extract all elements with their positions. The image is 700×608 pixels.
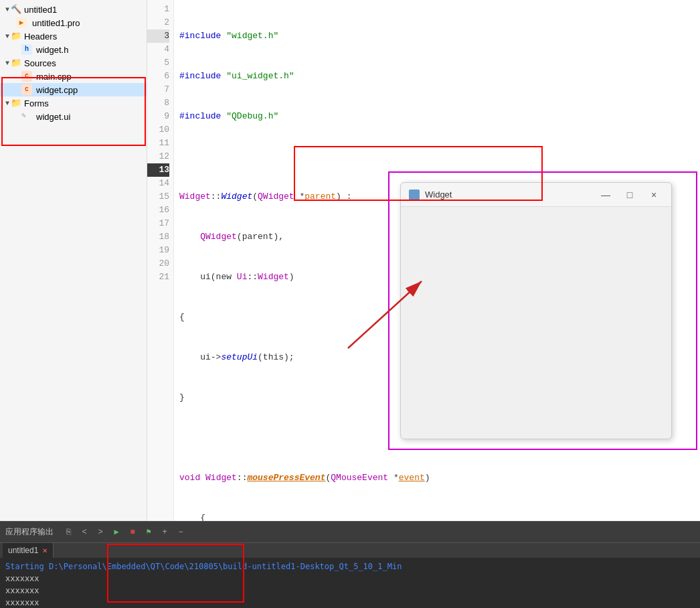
tree-label-pro: untitled1.pro xyxy=(32,18,80,28)
tree-label-widgetui: widget.ui xyxy=(36,112,70,122)
ui-icon: ✎ xyxy=(21,111,32,122)
ln-9: 9 xyxy=(147,110,169,123)
output-line-1: xxxxxxx xyxy=(5,573,695,585)
ln-1: 1 xyxy=(147,3,169,16)
tree-label-sources: Sources xyxy=(24,58,56,68)
cpp-icon-main: C xyxy=(21,71,32,82)
ln-12: 12▼ xyxy=(147,150,169,163)
tree-label-widgeth: widget.h xyxy=(36,45,68,55)
tb-icon-plus[interactable]: + xyxy=(158,526,171,539)
sidebar: ▼ 🔨 untitled1 ▶ untitled1.pro ▼ 📁 Header… xyxy=(0,0,147,521)
ln-10: 10 xyxy=(147,123,169,137)
widget-app-icon xyxy=(409,189,420,200)
ln-17: 17▼ xyxy=(147,217,169,230)
tb-icon-run[interactable]: ▶ xyxy=(110,526,123,539)
tree-item-widgetcpp[interactable]: C widget.cpp xyxy=(0,83,147,96)
ln-7: 7▼ xyxy=(147,83,169,96)
h-icon: h xyxy=(21,44,32,55)
output-start-line: Starting D:\Personal\Embedded\QT\Code\21… xyxy=(5,560,695,573)
ln-11: 11 xyxy=(147,137,169,150)
tree-label-widgetcpp: widget.cpp xyxy=(36,85,78,95)
main-container: ▼ 🔨 untitled1 ▶ untitled1.pro ▼ 📁 Header… xyxy=(0,0,700,608)
widget-title-text: Widget xyxy=(425,189,596,200)
code-line-12: void Widget::mousePressEvent(QMouseEvent… xyxy=(179,471,695,485)
ln-16: 16 xyxy=(147,204,169,217)
bottom-tab-label: untitled1 xyxy=(8,546,38,555)
ln-20: 20 xyxy=(147,257,169,271)
ln-6: 6 xyxy=(147,70,169,83)
bottom-toolbar: 应用程序输出 ⎘ < > ▶ ■ ⚑ + − xyxy=(0,522,700,543)
folder-icon-forms: 📁 xyxy=(11,98,21,108)
tree-item-widgetui[interactable]: ✎ widget.ui xyxy=(0,110,147,123)
code-line-4 xyxy=(179,150,695,163)
ln-19: 19 xyxy=(147,244,169,257)
ln-15: 15 xyxy=(147,190,169,204)
tree-label-maincpp: main.cpp xyxy=(36,72,72,82)
output-line-2: xxxxxxx xyxy=(5,585,695,597)
bottom-toolbar-title: 应用程序输出 xyxy=(5,526,54,538)
widget-controls: — □ × xyxy=(596,188,663,202)
ln-21: 21 xyxy=(147,271,169,284)
ln-2: 2 xyxy=(147,16,169,29)
cpp-icon-widget: C xyxy=(21,84,32,95)
code-line-3: #include "QDebug.h" xyxy=(179,110,695,123)
arrow-untitled1: ▼ xyxy=(3,6,11,13)
line-numbers: 1 2 3 4 5 6 7▼ 8 9 10 11 12▼ 13 14 15 16 xyxy=(147,0,174,521)
tree-item-forms[interactable]: ▼ 📁 Forms xyxy=(0,96,147,110)
ln-18: 18 xyxy=(147,230,169,244)
bottom-panel: 应用程序输出 ⎘ < > ▶ ■ ⚑ + − untitled1 ✕ Start… xyxy=(0,521,700,608)
widget-minimize-button[interactable]: — xyxy=(596,188,615,202)
tree-label-forms: Forms xyxy=(24,98,49,108)
project-icon: 🔨 xyxy=(11,4,21,15)
tb-icon-next[interactable]: > xyxy=(94,526,107,539)
code-line-2: #include "ui_widget.h" xyxy=(179,70,695,83)
bottom-output: Starting D:\Personal\Embedded\QT\Code\21… xyxy=(0,558,700,608)
output-line-3: xxxxxxx xyxy=(5,597,695,608)
tree-label-headers: Headers xyxy=(24,31,57,42)
tree-item-sources[interactable]: ▼ 📁 Sources xyxy=(0,56,147,70)
tb-icon-minus[interactable]: − xyxy=(174,526,187,539)
widget-maximize-button[interactable]: □ xyxy=(620,188,639,202)
tb-icon-prev[interactable]: < xyxy=(78,526,91,539)
tree-item-untitled1[interactable]: ▼ 🔨 untitled1 xyxy=(0,3,147,16)
tb-icon-stop[interactable]: ■ xyxy=(126,526,139,539)
code-line-13: { xyxy=(179,512,695,521)
bottom-tab-untitled1[interactable]: untitled1 ✕ xyxy=(3,543,54,558)
arrow-forms: ▼ xyxy=(3,100,11,107)
widget-close-button[interactable]: × xyxy=(644,188,663,202)
widget-window[interactable]: Widget — □ × xyxy=(400,182,672,439)
tb-icon-flag[interactable]: ⚑ xyxy=(142,526,155,539)
ln-14: 14 xyxy=(147,177,169,190)
ln-3: 3 xyxy=(147,29,169,43)
ln-8: 8 xyxy=(147,96,169,110)
folder-icon-sources: 📁 xyxy=(11,58,21,68)
bottom-tab-close[interactable]: ✕ xyxy=(42,547,48,554)
tree-label-untitled1: untitled1 xyxy=(24,5,57,15)
tree-item-widgeth[interactable]: h widget.h xyxy=(0,43,147,56)
tree-item-pro[interactable]: ▶ untitled1.pro xyxy=(0,16,147,29)
tree-item-headers[interactable]: ▼ 📁 Headers xyxy=(0,29,147,43)
widget-body xyxy=(401,207,671,439)
tree-item-maincpp[interactable]: C main.cpp xyxy=(0,70,147,83)
ln-4: 4 xyxy=(147,43,169,56)
ln-5: 5 xyxy=(147,56,169,70)
widget-titlebar: Widget — □ × xyxy=(401,183,671,207)
pro-icon: ▶ xyxy=(16,17,27,28)
ln-13: 13 xyxy=(147,163,169,177)
arrow-headers: ▼ xyxy=(3,33,11,40)
folder-icon-headers: 📁 xyxy=(11,31,21,42)
bottom-tabs: untitled1 ✕ xyxy=(0,543,700,558)
arrow-sources: ▼ xyxy=(3,60,11,67)
tb-icon-attach[interactable]: ⎘ xyxy=(62,526,75,539)
code-line-1: #include "widget.h" xyxy=(179,29,695,43)
